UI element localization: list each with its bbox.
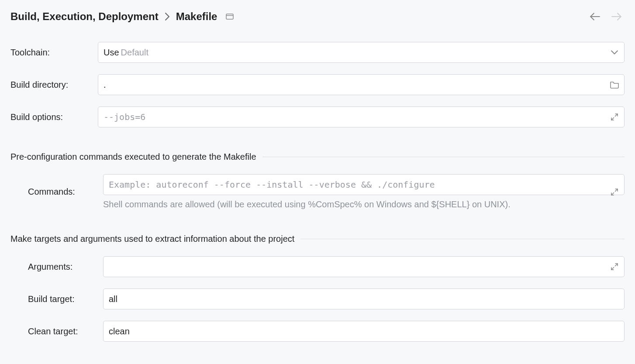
row-commands: Commands: Example: autoreconf --force --… xyxy=(10,174,625,209)
project-scope-icon xyxy=(226,14,234,20)
breadcrumb-leaf: Makefile xyxy=(176,10,217,23)
section-preconfig: Pre-configuration commands executed to g… xyxy=(10,152,625,162)
section-rule xyxy=(300,239,625,239)
build-directory-value: . xyxy=(104,80,106,90)
build-options-label: Build options: xyxy=(10,112,98,122)
svg-line-6 xyxy=(615,189,618,192)
arguments-label: Arguments: xyxy=(10,262,103,272)
nav-forward-button xyxy=(609,9,625,24)
build-target-input[interactable]: all xyxy=(103,288,625,309)
svg-line-9 xyxy=(611,268,614,270)
svg-line-4 xyxy=(615,114,618,117)
build-options-input[interactable]: --jobs=6 xyxy=(98,106,625,127)
commands-input[interactable]: Example: autoreconf --force --install --… xyxy=(103,174,625,195)
row-clean-target: Clean target: clean xyxy=(10,321,625,342)
toolchain-label: Toolchain: xyxy=(10,48,98,58)
row-arguments: Arguments: xyxy=(10,256,625,277)
clean-target-label: Clean target: xyxy=(10,326,103,337)
build-target-value: all xyxy=(109,294,117,304)
toolchain-select[interactable]: Use Default xyxy=(98,42,625,63)
svg-line-8 xyxy=(615,264,618,266)
toolchain-value-suffix: Default xyxy=(121,48,148,58)
build-directory-input[interactable]: . xyxy=(98,74,625,95)
svg-line-7 xyxy=(611,192,614,195)
row-toolchain: Toolchain: Use Default xyxy=(10,42,625,63)
svg-rect-0 xyxy=(226,14,233,19)
row-build-options: Build options: --jobs=6 xyxy=(10,106,625,127)
expand-icon[interactable] xyxy=(609,111,620,123)
chevron-down-icon[interactable] xyxy=(609,47,620,58)
row-build-target: Build target: all xyxy=(10,288,625,309)
section-targets: Make targets and arguments used to extra… xyxy=(10,234,625,244)
build-directory-label: Build directory: xyxy=(10,80,98,90)
section-rule xyxy=(262,157,625,157)
toolchain-value-prefix: Use xyxy=(104,48,119,58)
breadcrumb-root[interactable]: Build, Execution, Deployment xyxy=(10,10,159,23)
expand-icon[interactable] xyxy=(609,261,620,272)
commands-hint: Shell commands are allowed (will be exec… xyxy=(103,199,625,209)
svg-line-5 xyxy=(611,118,614,120)
build-options-placeholder: --jobs=6 xyxy=(104,112,145,122)
header: Build, Execution, Deployment Makefile xyxy=(10,9,625,24)
row-build-directory: Build directory: . xyxy=(10,74,625,95)
section-targets-title: Make targets and arguments used to extra… xyxy=(10,234,294,244)
expand-icon[interactable] xyxy=(609,186,620,198)
arguments-input[interactable] xyxy=(103,256,625,277)
clean-target-input[interactable]: clean xyxy=(103,321,625,342)
nav-back-button[interactable] xyxy=(587,9,603,24)
commands-placeholder: Example: autoreconf --force --install --… xyxy=(109,179,435,190)
chevron-right-icon xyxy=(165,13,170,21)
section-preconfig-title: Pre-configuration commands executed to g… xyxy=(10,152,256,162)
clean-target-value: clean xyxy=(109,326,130,337)
commands-label: Commands: xyxy=(10,187,103,197)
build-target-label: Build target: xyxy=(10,294,103,304)
folder-browse-icon[interactable] xyxy=(609,79,620,90)
